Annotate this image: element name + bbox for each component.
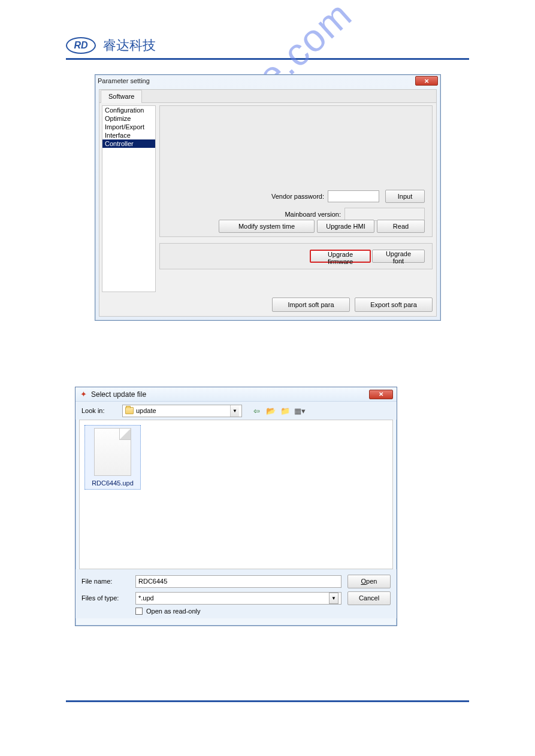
win1-title: Parameter setting xyxy=(98,77,150,84)
new-folder-icon[interactable]: 📁 xyxy=(279,405,291,417)
lookin-row: Look in: update ▼ ⇦ 📂 📁 ▦▾ xyxy=(75,402,397,420)
close-icon[interactable]: ✕ xyxy=(415,76,438,86)
file-label: RDC6445.upd xyxy=(92,479,134,487)
open-button-underline: O xyxy=(361,578,367,585)
rd-logo: RD xyxy=(66,37,96,54)
view-menu-icon[interactable]: ▦▾ xyxy=(294,405,306,417)
win1-body: Software Configuration Optimize Import/E… xyxy=(99,89,437,317)
tab-software[interactable]: Software xyxy=(101,90,142,103)
filetype-value: *.upd xyxy=(138,594,154,602)
upgrade-hmi-button[interactable]: Upgrade HMI xyxy=(317,220,374,233)
rd-logo-text: RD xyxy=(74,40,87,51)
right-panel: Vendor password: Input Mainboard version… xyxy=(159,105,433,292)
win2-title: Select update file xyxy=(91,390,146,399)
filetype-label: Files of type: xyxy=(81,594,129,602)
readonly-label: Open as read-only xyxy=(146,608,201,615)
sidebar-item-optimize[interactable]: Optimize xyxy=(102,114,155,123)
folder-icon xyxy=(125,407,134,414)
input-button[interactable]: Input xyxy=(385,190,425,203)
tab-strip: Software xyxy=(99,90,436,103)
export-soft-para-button[interactable]: Export soft para xyxy=(355,297,433,312)
lookin-label: Look in: xyxy=(81,407,117,414)
close-icon[interactable]: ✕ xyxy=(369,390,393,399)
sidebar-item-controller[interactable]: Controller xyxy=(102,139,155,148)
file-item[interactable]: RDC6445.upd xyxy=(84,425,141,490)
mainboard-version-value xyxy=(344,208,425,221)
open-button-rest: pen xyxy=(366,578,377,585)
sidebar-item-import-export[interactable]: Import/Export xyxy=(102,123,155,131)
vendor-password-label: Vendor password: xyxy=(271,193,324,200)
import-soft-para-button[interactable]: Import soft para xyxy=(272,297,350,312)
file-list[interactable]: RDC6445.upd xyxy=(79,420,393,569)
bottom-buttons: Import soft para Export soft para xyxy=(99,296,433,314)
select-update-file-window: ✦ Select update file ✕ Look in: update ▼… xyxy=(75,387,397,626)
modify-system-time-button[interactable]: Modify system time xyxy=(219,220,315,233)
upgrade-firmware-button[interactable]: Upgrade firmware xyxy=(310,250,371,263)
doc-header: RD 睿达科技 xyxy=(66,36,469,60)
win2-titlebar: ✦ Select update file ✕ xyxy=(75,387,397,402)
cancel-button[interactable]: Cancel xyxy=(347,591,391,605)
mainboard-version-label: Mainboard version: xyxy=(285,211,341,218)
firmware-group: Upgrade firmware Upgrade font xyxy=(159,243,433,269)
read-button[interactable]: Read xyxy=(377,220,425,233)
brand-text: 睿达科技 xyxy=(103,37,156,54)
open-button[interactable]: Open xyxy=(347,575,391,588)
sidebar-item-interface[interactable]: Interface xyxy=(102,131,155,139)
win1-titlebar: Parameter setting ✕ xyxy=(95,75,440,87)
lookin-select[interactable]: update ▼ xyxy=(122,405,242,417)
dropdown-icon[interactable]: ▼ xyxy=(230,405,239,417)
filetype-select[interactable]: *.upd ▼ xyxy=(135,592,341,605)
parameter-setting-window: Parameter setting ✕ Software Configurati… xyxy=(95,74,441,321)
sidebar: Configuration Optimize Import/Export Int… xyxy=(102,105,156,292)
mainboard-row: Mainboard version: xyxy=(285,208,425,221)
app-icon: ✦ xyxy=(79,390,87,399)
readonly-checkbox[interactable] xyxy=(135,608,143,615)
vendor-row: Vendor password: Input xyxy=(271,190,425,203)
controller-group: Vendor password: Input Mainboard version… xyxy=(159,105,433,237)
file-icon xyxy=(94,428,131,476)
filename-label: File name: xyxy=(81,578,129,585)
doc-footer xyxy=(66,700,469,702)
group1-buttons: Modify system time Upgrade HMI Read xyxy=(165,220,425,233)
filename-rows: File name: Open Files of type: *.upd ▼ C… xyxy=(75,569,397,618)
vendor-password-input[interactable] xyxy=(328,190,379,202)
up-folder-icon[interactable]: 📂 xyxy=(265,405,277,417)
back-icon[interactable]: ⇦ xyxy=(250,405,262,417)
filename-input[interactable] xyxy=(135,575,341,588)
upgrade-font-button[interactable]: Upgrade font xyxy=(372,250,425,263)
lookin-folder-name: update xyxy=(136,407,156,414)
toolbar-icons: ⇦ 📂 📁 ▦▾ xyxy=(250,405,306,417)
readonly-row: Open as read-only xyxy=(135,608,391,615)
sidebar-item-configuration[interactable]: Configuration xyxy=(102,106,155,114)
dropdown-icon[interactable]: ▼ xyxy=(329,593,338,604)
